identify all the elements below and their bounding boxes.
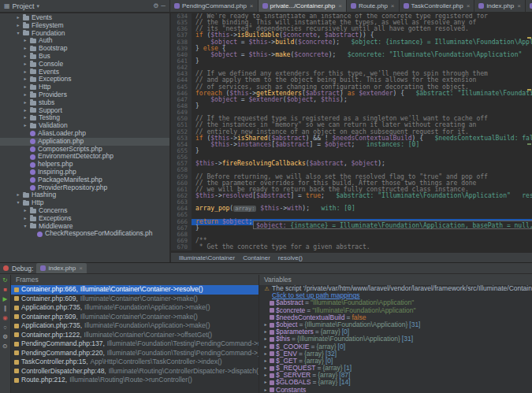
editor-tab[interactable]: private.../Application.php× [526, 0, 532, 12]
code-line[interactable]: 641} [171, 58, 532, 65]
tree-item[interactable]: ▸Auth [0, 37, 169, 45]
close-icon[interactable]: × [517, 2, 521, 9]
frame-row[interactable]: Container.php:609, Illuminate\Container\… [11, 313, 259, 322]
expand-arrow-icon[interactable]: ▸ [23, 83, 28, 91]
mute-breakpoints-icon[interactable]: ○ [3, 324, 7, 331]
code-line[interactable]: 668 [171, 232, 532, 238]
code-line[interactable]: 666return $object;$object: {instance} = … [171, 219, 532, 225]
line-number[interactable]: 670 [171, 244, 192, 250]
code-line[interactable]: 640 $object = $this->make($concrete); $c… [171, 52, 532, 58]
breadcrumb-item[interactable]: resolve() [278, 254, 303, 261]
tree-item[interactable]: EnvironmentDetector.php [0, 153, 169, 161]
settings-icon[interactable]: ⚙ [153, 2, 158, 9]
frame-row[interactable]: TaskController.php:15, App\Http\Controll… [11, 358, 259, 367]
tree-item[interactable]: ▸Console [0, 61, 169, 69]
variable-row[interactable]: ▸Constants [259, 387, 532, 393]
variable-row[interactable]: ▸$_REQUEST = {array} [1] [259, 365, 532, 372]
code-line[interactable]: 662$this->resolved[$abstract] = true; $a… [171, 193, 532, 199]
tree-item[interactable]: ▸Events [0, 14, 169, 22]
editor-tab[interactable]: index.php× [474, 0, 525, 12]
variable-row[interactable]: ▸$_SERVER = {array} [87] [259, 372, 532, 379]
expand-arrow-icon[interactable]: ▸ [23, 91, 28, 99]
code-line[interactable]: 647 $object = $extender($object, $this); [171, 97, 532, 103]
variable-row[interactable]: ▸$_ENV = {array} [32] [259, 350, 532, 358]
editor-tab[interactable]: TaskController.php× [400, 0, 475, 12]
tree-item[interactable]: ▸Testing [0, 114, 169, 122]
expand-arrow-icon[interactable]: ▸ [23, 99, 28, 107]
editor-tab[interactable]: private.../Container.php× [259, 0, 347, 12]
expand-arrow-icon[interactable]: ▸ [23, 76, 28, 83]
tree-item[interactable]: ▸Filesystem [0, 22, 169, 30]
editor-tab[interactable]: Route.php× [347, 0, 400, 12]
hide-panel-icon[interactable]: ─ [161, 2, 166, 9]
expand-arrow-icon[interactable]: ▸ [23, 53, 28, 61]
tree-item[interactable]: helpers.php [0, 161, 169, 169]
editor-tab[interactable]: PendingCommand.php× [170, 0, 259, 12]
tree-item[interactable]: ▸Exceptions [0, 215, 169, 223]
tree-item[interactable]: ▸Http [0, 83, 169, 91]
variable-row[interactable]: ▸$GLOBALS = {array} [14] [259, 379, 532, 386]
expand-arrow-icon[interactable]: ▸ [16, 14, 20, 22]
tree-item[interactable]: ▸Bootstrap [0, 45, 169, 53]
code-line[interactable]: 657$this->fireResolvingCallbacks($abstra… [171, 161, 532, 167]
expand-arrow-icon[interactable]: ▸ [16, 22, 20, 30]
expand-arrow-icon[interactable]: ▸ [263, 372, 268, 379]
view-breakpoints-icon[interactable]: ◉ [2, 315, 8, 321]
tree-item[interactable]: ▸Events [0, 69, 169, 76]
tree-item[interactable]: ▾Http [0, 199, 169, 207]
tree-item[interactable]: ▾Foundation [0, 30, 169, 38]
expand-arrow-icon[interactable]: ▸ [263, 387, 268, 393]
expand-arrow-icon[interactable]: ▸ [23, 114, 28, 122]
tree-item[interactable]: ▸Providers [0, 91, 169, 99]
frame-row[interactable]: PendingCommand.php:137, Illuminate\Found… [11, 339, 259, 349]
frame-row[interactable]: Container.php:1222, Illuminate\Container… [11, 331, 259, 340]
frame-row[interactable]: Container.php:609, Illuminate\Container\… [11, 295, 259, 304]
frame-row[interactable]: ControllerDispatcher.php:48, Illuminate\… [11, 367, 259, 376]
expand-arrow-icon[interactable]: ▸ [23, 207, 28, 215]
frame-row[interactable]: PendingCommand.php:220, Illuminate\Found… [11, 349, 259, 358]
pin-icon[interactable]: ⊙ [2, 343, 7, 350]
tree-item[interactable]: ProviderRepository.php [0, 184, 169, 192]
tree-item[interactable]: CheckResponseForModifications.ph [0, 230, 169, 238]
variable-row[interactable]: ▸$object = {Illuminate\Foundation\Applic… [259, 321, 532, 328]
variable-row[interactable]: ▸$parameters = {array} [0] [259, 328, 532, 336]
expand-arrow-icon[interactable]: ▸ [16, 191, 20, 199]
variable-row[interactable]: $needsContextualBuild = false [259, 314, 532, 321]
settings-icon[interactable]: ⚙ [2, 334, 8, 340]
rerun-icon[interactable]: ↻ [2, 277, 7, 284]
tree-item[interactable]: ▸stubs [0, 99, 169, 107]
close-icon[interactable]: × [79, 265, 83, 272]
tree-item[interactable]: ▸Hashing [0, 191, 169, 199]
breadcrumb-item[interactable]: Container [243, 254, 270, 261]
chevron-down-icon[interactable]: ▾ [37, 3, 40, 9]
expand-arrow-icon[interactable]: ▸ [263, 379, 268, 386]
path-mappings-link[interactable]: Click to set up path mappings [272, 292, 360, 299]
editor[interactable]: 634// We're ready to instantiate an inst… [171, 13, 532, 252]
frame-row[interactable]: Application.php:735, Illuminate\Foundati… [11, 303, 259, 313]
code-line[interactable]: 670 * Get the concrete type for a given … [171, 244, 532, 250]
close-icon[interactable]: × [250, 2, 254, 9]
expand-arrow-icon[interactable]: ▸ [23, 122, 28, 130]
tree-item[interactable]: ▸Concerns [0, 207, 169, 215]
variable-row[interactable]: ▸$_GET = {array} [0] [259, 358, 532, 365]
expand-arrow-icon[interactable]: ▸ [23, 45, 28, 53]
close-icon[interactable]: × [467, 2, 471, 9]
expand-arrow-icon[interactable]: ▾ [23, 223, 28, 231]
code-line[interactable]: 655} [171, 148, 532, 154]
expand-arrow-icon[interactable]: ▸ [23, 61, 28, 69]
expand-arrow-icon[interactable]: ▸ [263, 336, 268, 343]
debug-tab-index-php[interactable]: index.php × [36, 263, 86, 273]
frame-row[interactable]: Application.php:735, Illuminate\Foundati… [11, 321, 259, 331]
tree-item[interactable]: ▸Exceptions [0, 76, 169, 83]
editor-scrollbar[interactable] [526, 13, 532, 252]
expand-arrow-icon[interactable]: ▸ [263, 358, 268, 365]
expand-arrow-icon[interactable]: ▸ [23, 107, 28, 115]
breadcrumb-item[interactable]: Illuminate\Container [179, 254, 235, 261]
variable-row[interactable]: ▸$this = {Illuminate\Foundation\Applicat… [259, 336, 532, 343]
resume-icon[interactable]: ▶ [3, 296, 8, 302]
expand-arrow-icon[interactable]: ▾ [16, 30, 20, 38]
variable-row[interactable]: $concrete = "Illuminate\Foundation\Appli… [259, 307, 532, 314]
frame-row[interactable]: Container.php:666, Illuminate\Container\… [11, 285, 259, 295]
tree-item[interactable]: AliasLoader.php [0, 130, 169, 138]
expand-arrow-icon[interactable]: ▸ [263, 350, 268, 358]
